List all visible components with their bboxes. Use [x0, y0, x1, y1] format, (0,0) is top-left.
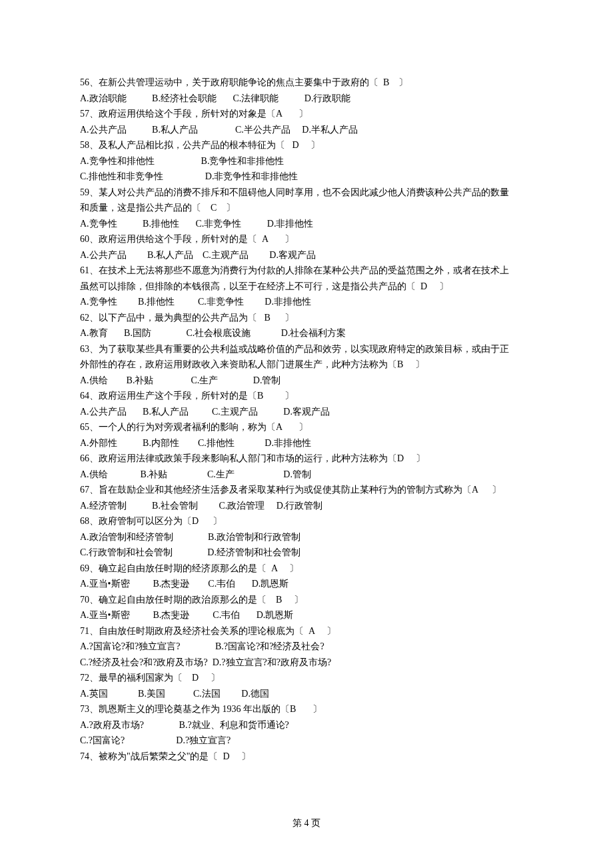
- text-line: A.教育 B.国防 C.社会根底设施 D.社会福利方案: [80, 325, 533, 341]
- text-line: A.供给 B.补贴 C.生产 D.管制: [80, 373, 533, 389]
- text-line: A.外部性 B.内部性 C.排他性 D.非排他性: [80, 435, 533, 451]
- text-line: 外部性的存在，政府运用财政收入来资助私人部门进展生产，此种方法称为〔B 〕: [80, 357, 533, 373]
- text-line: 67、旨在鼓励企业和其他经济生活参及者采取某种行为或促使其防止某种行为的管制方式…: [80, 482, 533, 498]
- text-line: A.政治职能 B.经济社会职能 C.法律职能 D.行政职能: [80, 91, 533, 107]
- text-line: 56、在新公共管理运动中，关于政府职能争论的焦点主要集中于政府的〔 B 〕: [80, 75, 533, 91]
- text-line: 和质量，这是指公共产品的〔 C 〕: [80, 200, 533, 216]
- text-line: C.?经济及社会?和?政府及市场? D.?独立宣言?和?政府及市场?: [80, 655, 533, 671]
- text-line: A.?政府及市场? B.?就业、利息和货币通论?: [80, 717, 533, 733]
- text-line: 69、确立起自由放任时期的经济原那么的是〔 A 〕: [80, 561, 533, 577]
- text-line: 72、最早的福利国家为〔 D 〕: [80, 670, 533, 686]
- text-line: A.竞争性和排他性 B.竞争性和非排他性: [80, 153, 533, 169]
- text-line: A.经济管制 B.社会管制 C.政治管理 D.行政管制: [80, 498, 533, 514]
- text-line: A.公共产品 B.私人产品 C.主观产品 D.客观产品: [80, 247, 533, 263]
- text-line: 62、以下产品中，最为典型的公共产品为〔 B 〕: [80, 310, 533, 326]
- text-line: 65、一个人的行为对旁观者福利的影响，称为〔A 〕: [80, 419, 533, 435]
- text-line: 70、确立起自由放任时期的政治原那么的是〔 B 〕: [80, 592, 533, 608]
- text-line: 64、政府运用生产这个手段，所针对的是〔B 〕: [80, 388, 533, 404]
- text-line: 虽然可以排除，但排除的本钱很高，以至于在经济上不可行，这是指公共产品的〔 D 〕: [80, 279, 533, 295]
- text-line: A.供给 B.补贴 C.生产 D.管制: [80, 467, 533, 483]
- text-line: 61、在技术上无法将那些不愿意为消费行为付款的人排除在某种公共产品的受益范围之外…: [80, 263, 533, 279]
- text-line: A.竞争性 B.排他性 C.非竞争性 D.非排他性: [80, 216, 533, 232]
- text-line: A.政治管制和经济管制 B.政治管制和行政管制: [80, 529, 533, 545]
- text-line: 68、政府管制可以区分为〔D 〕: [80, 513, 533, 529]
- text-line: A.公共产品 B.私人产品 C.主观产品 D.客观产品: [80, 404, 533, 420]
- text-line: A.英国 B.美国 C.法国 D.德国: [80, 686, 533, 702]
- text-line: 63、为了获取某些具有重要的公共利益或战略价值的产品和效劳，以实现政府特定的政策…: [80, 341, 533, 357]
- text-line: 57、政府运用供给这个手段，所针对的对象是〔A 〕: [80, 106, 533, 122]
- text-line: 58、及私人产品相比拟，公共产品的根本特征为〔 D 〕: [80, 137, 533, 153]
- text-line: A.竞争性 B.排他性 C.非竞争性 D.非排他性: [80, 294, 533, 310]
- text-line: A.?国富论?和?独立宣言? B.?国富论?和?经济及社会?: [80, 639, 533, 655]
- text-line: A.公共产品 B.私人产品 C.半公共产品 D.半私人产品: [80, 122, 533, 138]
- text-line: 59、某人对公共产品的消费不排斥和不阻碍他人同时享用，也不会因此减少他人消费该种…: [80, 185, 533, 201]
- document-page: 56、在新公共管理运动中，关于政府职能争论的焦点主要集中于政府的〔 B 〕A.政…: [0, 0, 613, 868]
- page-footer: 第 4 页: [0, 817, 613, 829]
- text-line: A.亚当•斯密 B.杰斐逊 C.韦伯 D.凯恩斯: [80, 576, 533, 592]
- text-line: 71、自由放任时期政府及经济社会关系的理论根底为〔 A 〕: [80, 623, 533, 639]
- text-line: 73、凯恩斯主义的理论奠基之作为 1936 年出版的〔B 〕: [80, 701, 533, 717]
- text-line: 60、政府运用供给这个手段，所针对的是〔 A 〕: [80, 231, 533, 247]
- text-line: 74、被称为"战后繁荣之父"的是〔 D 〕: [80, 749, 533, 765]
- text-line: C.行政管制和社会管制 D.经济管制和社会管制: [80, 545, 533, 561]
- text-line: 66、政府运用法律或政策手段来影响私人部门和市场的运行，此种方法称为〔D 〕: [80, 451, 533, 467]
- content-body: 56、在新公共管理运动中，关于政府职能争论的焦点主要集中于政府的〔 B 〕A.政…: [80, 75, 533, 764]
- text-line: C.?国富论? D.?独立宣言?: [80, 733, 533, 749]
- text-line: A.亚当•斯密 B.杰斐逊 C.韦伯 D.凯恩斯: [80, 607, 533, 623]
- text-line: C.排他性和非竞争性 D.非竞争性和非排他性: [80, 169, 533, 185]
